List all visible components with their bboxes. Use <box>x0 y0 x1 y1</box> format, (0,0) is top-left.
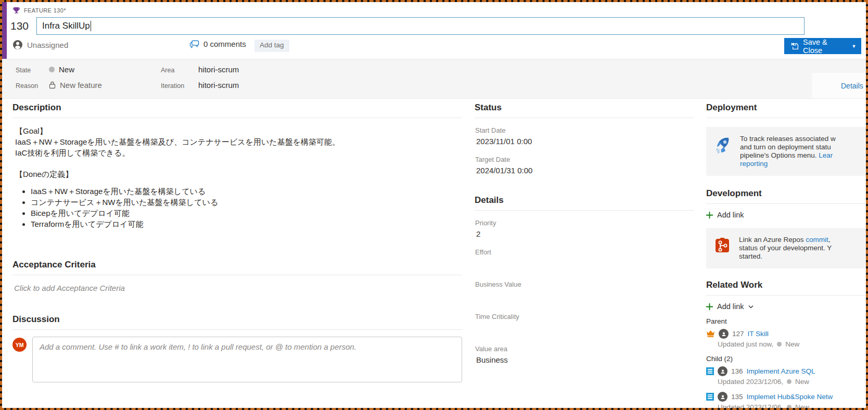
middle-column: Status Start Date 2023/11/01 0:00 Target… <box>475 102 694 366</box>
start-date-field[interactable]: 2023/11/01 0:00 <box>476 137 694 147</box>
state-new-dot-icon <box>787 379 792 384</box>
save-and-close-button[interactable]: Save & Close ▼ <box>784 38 861 54</box>
related-add-link-button[interactable]: Add link <box>706 302 868 311</box>
area-label: Area <box>161 67 174 74</box>
description-goal-line2: IaC技術を利用して構築できる。 <box>15 147 462 158</box>
meta-row: Unassigned 0 comments Add tag Save & Clo… <box>2 37 866 54</box>
development-add-link-button[interactable]: Add link <box>706 211 868 219</box>
parent-group-label: Parent <box>706 317 868 325</box>
epic-crown-icon <box>706 330 715 338</box>
child-id: 135 <box>731 393 743 401</box>
add-tag-button[interactable]: Add tag <box>254 40 289 52</box>
discussion-section: Discussion YM Add a comment. Use # to li… <box>12 314 462 382</box>
acceptance-criteria-heading: Acceptance Criteria <box>12 260 462 275</box>
discussion-heading: Discussion <box>12 314 462 330</box>
feature-trophy-icon <box>12 6 20 14</box>
value-area-label: Value area <box>475 345 694 353</box>
parent-work-item-row[interactable]: 127 IT Skill <box>706 329 868 339</box>
area-field[interactable]: hitori-scrum <box>198 65 239 74</box>
acceptance-criteria-editor[interactable]: Click to add Acceptance Criteria <box>12 275 462 292</box>
status-heading: Status <box>475 102 694 118</box>
related-work-heading: Related Work <box>706 280 868 296</box>
save-and-close-label: Save & Close <box>803 38 841 55</box>
state-new-dot-icon <box>777 342 782 347</box>
development-line2: status of your development. Y <box>739 244 832 252</box>
reason-field[interactable]: New feature <box>49 81 102 89</box>
tab-details[interactable]: Details <box>812 73 868 98</box>
title-input[interactable]: Infra SkillUp <box>36 17 805 35</box>
parent-title-link[interactable]: IT Skill <box>748 330 769 338</box>
target-date-field[interactable]: 2024/01/31 0:00 <box>476 166 694 176</box>
left-column: Description 【Goal】 IaaS＋NW＋Storageを用いた基盤… <box>12 102 462 382</box>
iteration-field[interactable]: hitori-scrum <box>198 81 239 89</box>
deployment-line2: and turn on deployment statu <box>740 143 836 151</box>
business-value-field[interactable] <box>476 291 694 304</box>
child-meta: Updated 2023/12/06, New <box>718 403 868 410</box>
priority-label: Priority <box>475 219 694 227</box>
business-value-label: Business Value <box>475 280 694 288</box>
screenshot-frame: FEATURE 130* 130 Infra SkillUp Unassigne… <box>0 0 868 410</box>
state-new-dot-icon <box>49 67 55 72</box>
save-options-dropdown[interactable]: ▼ <box>847 38 861 54</box>
avatar <box>718 392 727 402</box>
deployment-learn-link[interactable]: Lear <box>819 151 833 159</box>
details-heading: Details <box>475 195 694 211</box>
child-group-label: Child (2) <box>706 355 868 363</box>
child-work-item-row[interactable]: 135 Implemet Hub&Spoke Netw <box>706 392 868 402</box>
child-work-item-row[interactable]: 136 Implement Azure SQL <box>706 366 868 376</box>
time-criticality-field[interactable] <box>476 323 694 337</box>
child-title-link[interactable]: Implemet Hub&Spoke Netw <box>747 393 833 401</box>
development-heading: Development <box>706 188 868 204</box>
save-close-icon <box>790 42 799 50</box>
assignee-picker[interactable]: Unassigned <box>12 40 68 50</box>
person-icon <box>12 40 23 50</box>
description-heading: Description <box>12 102 462 118</box>
text-cursor <box>91 21 92 31</box>
child-updated: Updated 2023/12/06, <box>718 403 783 410</box>
parent-state: New <box>785 340 799 348</box>
classification-band: State New Reason New feature Area hitori… <box>2 59 866 99</box>
start-date-label: Start Date <box>475 126 694 134</box>
comments-button[interactable]: 0 comments <box>189 40 246 48</box>
child-updated: Updated 2023/12/06, <box>718 378 783 386</box>
development-line1-text: Link an Azure Repos <box>739 236 806 244</box>
deployment-reporting-link[interactable]: reporting <box>740 160 836 168</box>
deployment-line1: To track releases associated w <box>740 135 836 143</box>
title-text: Infra SkillUp <box>42 21 90 31</box>
state-new-dot-icon <box>787 405 792 409</box>
description-spacer <box>15 158 462 169</box>
development-add-link-label: Add link <box>717 211 744 219</box>
backlog-item-icon <box>706 393 714 401</box>
lock-icon <box>49 81 56 89</box>
description-done-header: 【Doneの定義】 <box>15 169 462 180</box>
description-editor[interactable]: 【Goal】 IaaS＋NW＋Storageを用いた基盤を構築及び、コンテナサー… <box>12 118 462 229</box>
state-value: New <box>59 65 74 74</box>
work-item-dialog: FEATURE 130* 130 Infra SkillUp Unassigne… <box>0 0 868 410</box>
description-goal-line1: IaaS＋NW＋Storageを用いた基盤を構築及び、コンテナサービスを用いた基… <box>15 136 462 147</box>
development-commit-link[interactable]: commit <box>806 236 828 244</box>
discussion-comment-input[interactable]: Add a comment. Use # to link a work item… <box>32 337 462 382</box>
deployment-heading: Deployment <box>706 102 868 118</box>
development-info-text: Link an Azure Repos commit, status of yo… <box>739 236 832 261</box>
acceptance-criteria-section: Acceptance Criteria Click to add Accepta… <box>12 260 462 292</box>
comments-count: 0 comments <box>203 40 246 48</box>
description-bullet-list: IaaS＋NW＋Storageを用いた基盤を構築している コンテナサービス＋NW… <box>31 186 462 229</box>
parent-meta: Updated just now, New <box>718 340 868 348</box>
comment-bubble-icon <box>189 40 199 48</box>
reason-label: Reason <box>16 82 38 89</box>
rocket-icon <box>712 135 733 168</box>
effort-field[interactable] <box>476 259 694 272</box>
title-row: 130 Infra SkillUp <box>10 17 805 35</box>
right-column: Deployment To track releases associated … <box>706 102 868 410</box>
reason-value: New feature <box>60 81 102 89</box>
plus-icon <box>706 212 713 219</box>
child-id: 136 <box>731 367 743 375</box>
child-title-link[interactable]: Implement Azure SQL <box>747 367 815 375</box>
state-dropdown[interactable]: New <box>49 65 74 74</box>
value-area-field[interactable]: Business <box>476 355 694 366</box>
description-bullet: コンテナサービス＋NWを用いた基盤を構築している <box>31 197 462 208</box>
priority-field[interactable]: 2 <box>476 229 694 240</box>
state-label: State <box>16 67 31 74</box>
discussion-placeholder: Add a comment. Use # to link a work item… <box>40 342 455 351</box>
child-meta: Updated 2023/12/06, New <box>718 378 868 386</box>
